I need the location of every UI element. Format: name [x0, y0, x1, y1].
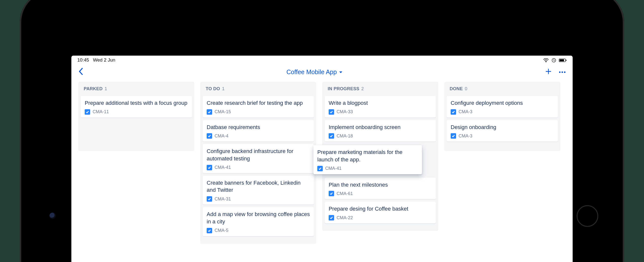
- svg-rect-3: [560, 59, 564, 61]
- svg-rect-4: [566, 60, 567, 61]
- card-key: CMA-4: [214, 133, 228, 139]
- card-meta: CMA-3: [451, 109, 554, 115]
- card[interactable]: Create research brief for testing the ap…: [203, 96, 314, 118]
- card-title: Configure backend infrastructure for aut…: [207, 148, 310, 162]
- rotation-lock-icon: [550, 57, 557, 63]
- card-title: Datbase requirements: [207, 124, 310, 131]
- task-type-icon: [207, 228, 212, 233]
- task-type-icon: [329, 109, 334, 115]
- card-meta: CMA-61: [329, 191, 432, 196]
- card-title: Plan the next milestones: [329, 181, 432, 189]
- card[interactable]: Prepare marketing materials for the laun…: [313, 145, 422, 174]
- column: DONE0Configure deployment optionsCMA-3De…: [444, 82, 560, 151]
- board-title-text: Coffee Mobile App: [286, 69, 337, 76]
- column-header: IN PROGRESS2: [325, 85, 436, 93]
- svg-point-0: [546, 62, 546, 62]
- card-key: CMA-31: [214, 196, 231, 202]
- card[interactable]: Configure backend infrastructure for aut…: [203, 144, 314, 173]
- task-type-icon: [329, 133, 334, 139]
- add-button[interactable]: [545, 68, 552, 76]
- status-left: 10:45 Wed 2 Jun: [77, 57, 115, 63]
- card-meta: CMA-3: [451, 133, 554, 139]
- battery-icon: [557, 57, 567, 63]
- status-time: 10:45: [77, 57, 89, 63]
- card-meta: CMA-41: [317, 166, 418, 171]
- card-title: Add a map view for browsing coffee place…: [207, 211, 310, 225]
- card-meta: CMA-11: [85, 109, 188, 115]
- caret-down-icon: [339, 71, 342, 73]
- card-meta: CMA-15: [207, 109, 310, 115]
- card-key: CMA-3: [458, 133, 472, 139]
- column: IN PROGRESS2Write a blogpostCMA-33Implem…: [322, 82, 438, 231]
- column-name: IN PROGRESS: [328, 86, 359, 91]
- card-title: Implement onboarding screen: [329, 124, 432, 131]
- board-title-dropdown[interactable]: Coffee Mobile App: [286, 69, 342, 76]
- card-key: CMA-5: [214, 228, 228, 233]
- card-title: Prepare marketing materials for the laun…: [317, 149, 418, 163]
- tablet-camera: [50, 212, 56, 219]
- column-name: TO DO: [206, 86, 220, 91]
- card-key: CMA-61: [336, 191, 353, 196]
- svg-point-8: [562, 71, 563, 73]
- status-bar: 10:45 Wed 2 Jun: [71, 56, 573, 65]
- column-count: 1: [104, 86, 107, 91]
- task-type-icon: [451, 133, 456, 139]
- wifi-icon: [542, 57, 550, 63]
- card-key: CMA-41: [325, 166, 342, 171]
- card-meta: CMA-31: [207, 196, 310, 202]
- task-type-icon: [329, 215, 334, 220]
- card-title: Write a blogpost: [329, 99, 432, 107]
- card-title: Create banners for Facebook, Linkedin an…: [207, 179, 310, 194]
- card-meta: CMA-18: [329, 133, 432, 139]
- status-right: [542, 57, 567, 63]
- column-header: DONE0: [447, 85, 558, 93]
- column-name: PARKED: [84, 86, 102, 91]
- card-key: CMA-3: [458, 109, 472, 114]
- column: TO DO1Create research brief for testing …: [200, 82, 316, 244]
- card[interactable]: Add a map view for browsing coffee place…: [203, 207, 314, 236]
- card-title: Prepare additional tests with a focus gr…: [85, 99, 188, 107]
- card-title: Create research brief for testing the ap…: [207, 99, 310, 107]
- column-name: DONE: [450, 86, 463, 91]
- card-meta: CMA-22: [329, 215, 432, 220]
- card[interactable]: Design onboardingCMA-3: [447, 120, 558, 142]
- card-meta: CMA-33: [329, 109, 432, 115]
- task-type-icon: [85, 109, 90, 115]
- card[interactable]: Plan the next milestonesCMA-61: [325, 178, 436, 199]
- task-type-icon: [451, 109, 456, 115]
- card[interactable]: Prepare desing for Coffee basketCMA-22: [325, 202, 436, 223]
- card[interactable]: Datbase requirementsCMA-4: [203, 120, 314, 142]
- column-count: 1: [222, 86, 224, 91]
- svg-rect-6: [546, 71, 551, 72]
- card-key: CMA-15: [214, 109, 231, 114]
- card-meta: CMA-5: [207, 228, 310, 233]
- column-header: TO DO1: [203, 85, 314, 93]
- tablet-frame: 10:45 Wed 2 Jun: [20, 0, 624, 262]
- task-type-icon: [329, 191, 334, 196]
- card-meta: CMA-4: [207, 133, 310, 139]
- card[interactable]: Prepare additional tests with a focus gr…: [81, 96, 192, 118]
- more-button[interactable]: [559, 70, 566, 74]
- svg-point-7: [559, 71, 560, 73]
- screen: 10:45 Wed 2 Jun: [71, 56, 573, 262]
- card-key: CMA-18: [336, 133, 353, 139]
- card-key: CMA-22: [336, 215, 353, 220]
- tablet-home-button[interactable]: [576, 205, 598, 227]
- card-key: CMA-41: [214, 165, 231, 170]
- column-count: 0: [465, 86, 467, 91]
- task-type-icon: [207, 109, 212, 115]
- task-type-icon: [207, 196, 212, 202]
- card-key: CMA-11: [92, 109, 109, 114]
- task-type-icon: [207, 133, 212, 139]
- column-header: PARKED1: [81, 85, 192, 93]
- card-meta: CMA-41: [207, 165, 310, 170]
- back-button[interactable]: [78, 68, 84, 76]
- card[interactable]: Configure deployment optionsCMA-3: [447, 96, 558, 118]
- task-type-icon: [317, 166, 323, 171]
- task-type-icon: [207, 165, 212, 170]
- card-title: Design onboarding: [451, 124, 554, 131]
- card[interactable]: Create banners for Facebook, Linkedin an…: [203, 176, 314, 205]
- card[interactable]: Implement onboarding screenCMA-18: [325, 120, 436, 142]
- kanban-board: PARKED1Prepare additional tests with a f…: [71, 79, 573, 262]
- card[interactable]: Write a blogpostCMA-33: [325, 96, 436, 118]
